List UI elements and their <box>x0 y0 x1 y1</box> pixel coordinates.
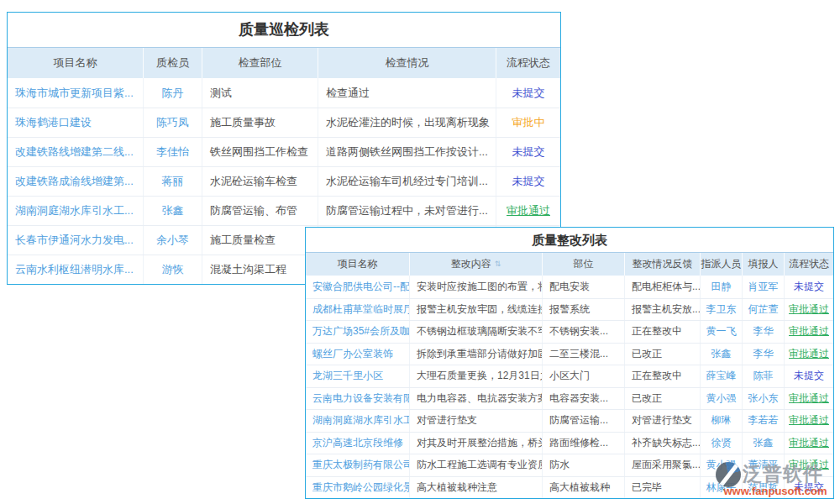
person-link[interactable]: 游恢 <box>144 255 202 284</box>
person-link[interactable]: 李佳怡 <box>144 138 202 166</box>
column-header-3: 整改情况反馈 <box>625 253 701 276</box>
person-link[interactable]: 余小琴 <box>144 226 202 255</box>
project-link[interactable]: 改建铁路成渝线增建第... <box>8 167 144 196</box>
rectification-table-title: 质量整改列表 <box>306 228 833 253</box>
person-link[interactable]: 陈丹 <box>144 78 202 108</box>
cell-content: 报警主机安放牢固，线缆连接... <box>410 299 543 321</box>
cell-feedback: 正在整改中 <box>625 321 701 343</box>
project-link[interactable]: 重庆太极制药有限公司亳州中... <box>306 454 410 476</box>
table-row: 万达广场35#会所及咖啡厅空...不锈钢边框玻璃隔断安装不牢...不锈钢安装..… <box>306 320 833 343</box>
project-link[interactable]: 长春市伊通河水力发电... <box>8 226 144 255</box>
status-badge[interactable]: 审批通过 <box>496 197 560 225</box>
cell-content: 拆除到承重墙部分请做好加固... <box>410 344 543 365</box>
person-link[interactable]: 薛宝峰 <box>701 365 743 387</box>
status-badge[interactable]: 审批通过 <box>785 433 833 454</box>
status-badge[interactable]: 审批通过 <box>785 410 833 432</box>
cell-situation: 水泥砼运输车司机经过专门培训... <box>318 167 496 196</box>
table-row: 改建铁路成渝线增建第...蒋丽水泥砼运输车检查水泥砼运输车司机经过专门培训...… <box>8 166 560 196</box>
cell-part: 高大植被栽种 <box>543 477 625 499</box>
project-link[interactable]: 安徽合肥供电公司--配电设备... <box>306 276 410 298</box>
person-link[interactable]: 张鑫 <box>701 344 743 365</box>
person-link[interactable]: 黄一飞 <box>701 321 743 343</box>
cell-part: 防腐管运输... <box>543 410 625 432</box>
project-link[interactable]: 云南水利枢纽潜明水库... <box>8 255 144 284</box>
cell-content: 电力电容器、电抗器安装方案... <box>410 388 543 410</box>
person-link[interactable]: 李华 <box>743 321 785 343</box>
cell-situation: 检查通过 <box>318 78 496 108</box>
table-row: 螺丝厂办公室装饰拆除到承重墙部分请做好加固...二至三楼混...已改正张鑫李华审… <box>306 343 833 365</box>
cell-part: 防水 <box>543 454 625 476</box>
project-link[interactable]: 螺丝厂办公室装饰 <box>306 344 410 365</box>
inspection-table-title: 质量巡检列表 <box>8 13 560 48</box>
person-link[interactable]: 肖亚军 <box>743 276 785 298</box>
person-link[interactable]: 蒋丽 <box>144 167 202 196</box>
project-link[interactable]: 万达广场35#会所及咖啡厅空... <box>306 321 410 343</box>
cell-part: 施工质量检查 <box>202 226 318 255</box>
cell-feedback: 已改正 <box>625 344 701 365</box>
column-header-1: 质检员 <box>144 48 202 78</box>
column-header-5: 填报人 <box>743 253 785 276</box>
column-header-4: 流程状态 <box>496 48 560 78</box>
column-header-label: 填报人 <box>748 257 779 271</box>
status-badge[interactable]: 审批通过 <box>785 321 833 343</box>
status-badge[interactable]: 未提交 <box>496 138 560 166</box>
project-link[interactable]: 湖南洞庭湖水库引水工... <box>8 197 144 225</box>
rectification-table-header: 项目名称整改内容⇅部位整改情况反馈指派人员填报人流程状态 <box>306 253 833 276</box>
column-header-0: 项目名称 <box>8 48 144 78</box>
person-link[interactable]: 陈菲 <box>743 365 785 387</box>
project-link[interactable]: 京沪高速北京段维修 <box>306 433 410 454</box>
person-link[interactable]: 黄小强 <box>701 388 743 410</box>
project-link[interactable]: 云南电力设备安装有限公司20... <box>306 388 410 410</box>
person-link[interactable]: 张鑫 <box>743 433 785 454</box>
column-header-label: 项目名称 <box>338 257 378 271</box>
sort-icon[interactable]: ⇅ <box>495 260 501 268</box>
status-badge[interactable]: 未提交 <box>496 167 560 196</box>
project-link[interactable]: 成都杜甫草堂临时展厅独立展... <box>306 299 410 321</box>
project-link[interactable]: 珠海鹤港口建设 <box>8 108 144 137</box>
person-link[interactable]: 张鑫 <box>144 197 202 225</box>
person-link[interactable]: 李若若 <box>743 410 785 432</box>
cell-part: 小区大门 <box>543 365 625 387</box>
watermark: 泛普软件 www.fanpusoft.com <box>716 461 835 497</box>
cell-feedback: 已完毕 <box>625 477 701 499</box>
status-badge[interactable]: 审批通过 <box>785 299 833 321</box>
cell-part: 报警系统 <box>543 299 625 321</box>
project-link[interactable]: 重庆市鹅岭公园绿化景观提升... <box>306 477 410 499</box>
project-link[interactable]: 改建铁路线增建第二线... <box>8 138 144 166</box>
status-badge[interactable]: 未提交 <box>785 365 833 387</box>
column-header-3: 检查情况 <box>318 48 496 78</box>
status-badge[interactable]: 未提交 <box>785 276 833 298</box>
person-link[interactable]: 田静 <box>701 276 743 298</box>
cell-part: 不锈钢安装... <box>543 321 625 343</box>
status-badge[interactable]: 审批通过 <box>785 344 833 365</box>
cell-feedback: 补齐缺失标志... <box>625 433 701 454</box>
column-header-2: 检查部位 <box>202 48 318 78</box>
person-link[interactable]: 李卫东 <box>701 299 743 321</box>
person-link[interactable]: 陈巧凤 <box>144 108 202 137</box>
column-header-label: 检查部位 <box>239 55 282 71</box>
project-link[interactable]: 珠海市城市更新项目紫... <box>8 78 144 108</box>
person-link[interactable]: 张小东 <box>743 388 785 410</box>
status-badge[interactable]: 审批中 <box>496 108 560 137</box>
project-link[interactable]: 龙湖三千里小区 <box>306 365 410 387</box>
column-header-label: 流程状态 <box>789 257 829 271</box>
person-link[interactable]: 何芷萱 <box>743 299 785 321</box>
cell-feedback: 正在整改中 <box>625 365 701 387</box>
cell-part: 混凝土沟渠工程 <box>202 255 318 284</box>
person-link[interactable]: 徐贤 <box>701 433 743 454</box>
project-link[interactable]: 湖南洞庭湖水库引水工程施工标 <box>306 410 410 432</box>
table-row: 湖南洞庭湖水库引水工程施工标对管进行垫支防腐管运输...对管进行垫支柳琳李若若审… <box>306 409 833 432</box>
column-header-1[interactable]: 整改内容⇅ <box>410 253 543 276</box>
column-header-6: 流程状态 <box>785 253 833 276</box>
watermark-url: www.fanpusoft.com <box>716 485 835 497</box>
table-row: 珠海市城市更新项目紫...陈丹测试检查通过未提交 <box>8 78 560 108</box>
person-link[interactable]: 李华 <box>743 344 785 365</box>
status-badge[interactable]: 未提交 <box>496 78 560 108</box>
cell-situation: 道路两侧铁丝网围挡工作按设计... <box>318 138 496 166</box>
status-badge[interactable]: 审批通过 <box>785 388 833 410</box>
person-link[interactable]: 柳琳 <box>701 410 743 432</box>
cell-content: 防水工程施工选调有专业资质... <box>410 454 543 476</box>
cell-part: 路面维修检... <box>543 433 625 454</box>
cell-content: 对其及时开展整治措施，桥头... <box>410 433 543 454</box>
cell-situation: 水泥砼灌注的时候，出现离析现象 <box>318 108 496 137</box>
